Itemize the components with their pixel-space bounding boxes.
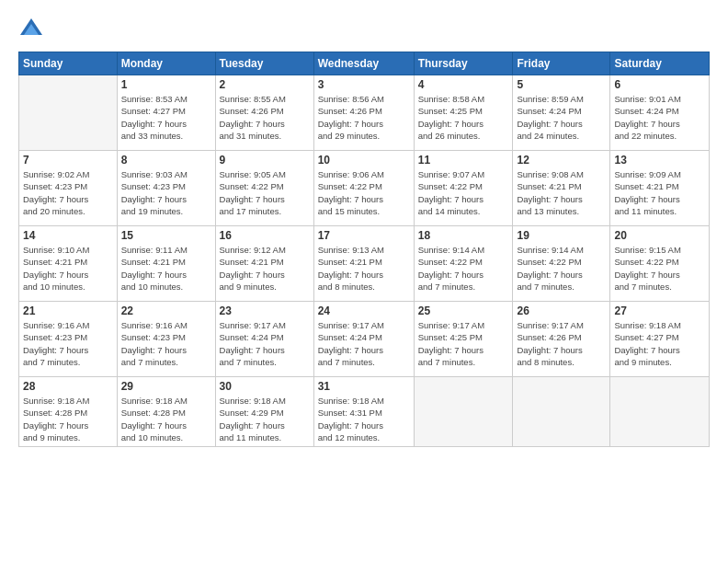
day-number: 20	[614, 229, 705, 242]
week-row-0: 1Sunrise: 8:53 AM Sunset: 4:27 PM Daylig…	[19, 75, 710, 151]
day-info: Sunrise: 8:59 AM Sunset: 4:24 PM Dayligh…	[517, 93, 606, 142]
day-number: 15	[121, 229, 211, 242]
day-number: 19	[517, 229, 606, 242]
day-number: 26	[517, 304, 606, 317]
day-cell: 7Sunrise: 9:02 AM Sunset: 4:23 PM Daylig…	[19, 151, 118, 226]
day-cell: 12Sunrise: 9:08 AM Sunset: 4:21 PM Dayli…	[513, 151, 610, 226]
day-number: 25	[418, 304, 509, 317]
day-cell: 8Sunrise: 9:03 AM Sunset: 4:23 PM Daylig…	[117, 151, 215, 226]
day-cell: 2Sunrise: 8:55 AM Sunset: 4:26 PM Daylig…	[215, 75, 313, 151]
header-row: SundayMondayTuesdayWednesdayThursdayFrid…	[19, 52, 710, 75]
day-cell: 25Sunrise: 9:17 AM Sunset: 4:25 PM Dayli…	[414, 302, 513, 377]
day-cell: 15Sunrise: 9:11 AM Sunset: 4:21 PM Dayli…	[117, 226, 215, 302]
day-info: Sunrise: 9:01 AM Sunset: 4:24 PM Dayligh…	[614, 93, 705, 142]
day-info: Sunrise: 9:16 AM Sunset: 4:23 PM Dayligh…	[23, 319, 113, 368]
day-info: Sunrise: 9:15 AM Sunset: 4:22 PM Dayligh…	[614, 244, 705, 293]
day-number: 17	[318, 229, 410, 242]
day-number: 29	[121, 380, 211, 393]
day-info: Sunrise: 9:12 AM Sunset: 4:21 PM Dayligh…	[220, 244, 310, 293]
day-info: Sunrise: 8:58 AM Sunset: 4:25 PM Dayligh…	[418, 93, 509, 142]
day-cell: 6Sunrise: 9:01 AM Sunset: 4:24 PM Daylig…	[610, 75, 710, 151]
day-cell: 19Sunrise: 9:14 AM Sunset: 4:22 PM Dayli…	[513, 226, 610, 302]
logo	[18, 17, 48, 42]
day-cell: 31Sunrise: 9:18 AM Sunset: 4:31 PM Dayli…	[313, 377, 414, 447]
day-number: 9	[220, 154, 310, 167]
day-cell: 23Sunrise: 9:17 AM Sunset: 4:24 PM Dayli…	[215, 302, 313, 377]
day-cell	[610, 377, 710, 447]
day-info: Sunrise: 9:17 AM Sunset: 4:24 PM Dayligh…	[220, 319, 310, 368]
day-number: 7	[23, 154, 113, 167]
col-header-monday: Monday	[117, 52, 215, 75]
day-cell: 18Sunrise: 9:14 AM Sunset: 4:22 PM Dayli…	[414, 226, 513, 302]
day-number: 28	[23, 380, 113, 393]
day-info: Sunrise: 9:06 AM Sunset: 4:22 PM Dayligh…	[318, 168, 410, 217]
week-row-2: 14Sunrise: 9:10 AM Sunset: 4:21 PM Dayli…	[19, 226, 710, 302]
day-number: 3	[318, 78, 410, 91]
day-number: 23	[220, 304, 310, 317]
day-cell: 13Sunrise: 9:09 AM Sunset: 4:21 PM Dayli…	[610, 151, 710, 226]
day-info: Sunrise: 8:56 AM Sunset: 4:26 PM Dayligh…	[318, 93, 410, 142]
week-row-1: 7Sunrise: 9:02 AM Sunset: 4:23 PM Daylig…	[19, 151, 710, 226]
logo-icon	[18, 17, 44, 42]
day-cell: 29Sunrise: 9:18 AM Sunset: 4:28 PM Dayli…	[117, 377, 215, 447]
day-number: 12	[517, 154, 606, 167]
day-cell: 21Sunrise: 9:16 AM Sunset: 4:23 PM Dayli…	[19, 302, 118, 377]
day-cell	[19, 75, 118, 151]
day-info: Sunrise: 8:53 AM Sunset: 4:27 PM Dayligh…	[121, 93, 211, 142]
day-number: 13	[614, 154, 705, 167]
day-cell: 22Sunrise: 9:16 AM Sunset: 4:23 PM Dayli…	[117, 302, 215, 377]
day-info: Sunrise: 9:18 AM Sunset: 4:27 PM Dayligh…	[614, 319, 705, 368]
day-cell: 26Sunrise: 9:17 AM Sunset: 4:26 PM Dayli…	[513, 302, 610, 377]
week-row-3: 21Sunrise: 9:16 AM Sunset: 4:23 PM Dayli…	[19, 302, 710, 377]
day-cell: 27Sunrise: 9:18 AM Sunset: 4:27 PM Dayli…	[610, 302, 710, 377]
day-info: Sunrise: 9:18 AM Sunset: 4:31 PM Dayligh…	[318, 395, 410, 443]
day-cell: 1Sunrise: 8:53 AM Sunset: 4:27 PM Daylig…	[117, 75, 215, 151]
day-number: 1	[121, 78, 211, 91]
day-number: 14	[23, 229, 113, 242]
day-cell: 11Sunrise: 9:07 AM Sunset: 4:22 PM Dayli…	[414, 151, 513, 226]
day-info: Sunrise: 9:10 AM Sunset: 4:21 PM Dayligh…	[23, 244, 113, 293]
day-info: Sunrise: 9:16 AM Sunset: 4:23 PM Dayligh…	[121, 319, 211, 368]
day-info: Sunrise: 9:11 AM Sunset: 4:21 PM Dayligh…	[121, 244, 211, 293]
day-cell	[513, 377, 610, 447]
col-header-sunday: Sunday	[19, 52, 118, 75]
day-info: Sunrise: 9:17 AM Sunset: 4:25 PM Dayligh…	[418, 319, 509, 368]
col-header-saturday: Saturday	[610, 52, 710, 75]
day-number: 21	[23, 304, 113, 317]
day-info: Sunrise: 9:18 AM Sunset: 4:28 PM Dayligh…	[121, 395, 211, 443]
day-info: Sunrise: 9:05 AM Sunset: 4:22 PM Dayligh…	[220, 168, 310, 217]
day-info: Sunrise: 9:18 AM Sunset: 4:28 PM Dayligh…	[23, 395, 113, 443]
day-number: 18	[418, 229, 509, 242]
day-cell: 17Sunrise: 9:13 AM Sunset: 4:21 PM Dayli…	[313, 226, 414, 302]
day-number: 11	[418, 154, 509, 167]
day-number: 30	[220, 380, 310, 393]
day-info: Sunrise: 9:18 AM Sunset: 4:29 PM Dayligh…	[220, 395, 310, 443]
week-row-4: 28Sunrise: 9:18 AM Sunset: 4:28 PM Dayli…	[19, 377, 710, 447]
col-header-wednesday: Wednesday	[313, 52, 414, 75]
day-cell: 10Sunrise: 9:06 AM Sunset: 4:22 PM Dayli…	[313, 151, 414, 226]
day-cell: 30Sunrise: 9:18 AM Sunset: 4:29 PM Dayli…	[215, 377, 313, 447]
day-number: 2	[220, 78, 310, 91]
col-header-tuesday: Tuesday	[215, 52, 313, 75]
day-cell: 16Sunrise: 9:12 AM Sunset: 4:21 PM Dayli…	[215, 226, 313, 302]
day-info: Sunrise: 9:17 AM Sunset: 4:26 PM Dayligh…	[517, 319, 606, 368]
day-cell: 24Sunrise: 9:17 AM Sunset: 4:24 PM Dayli…	[313, 302, 414, 377]
col-header-thursday: Thursday	[414, 52, 513, 75]
day-number: 27	[614, 304, 705, 317]
day-info: Sunrise: 9:17 AM Sunset: 4:24 PM Dayligh…	[318, 319, 410, 368]
day-cell: 3Sunrise: 8:56 AM Sunset: 4:26 PM Daylig…	[313, 75, 414, 151]
day-number: 24	[318, 304, 410, 317]
day-number: 16	[220, 229, 310, 242]
day-info: Sunrise: 8:55 AM Sunset: 4:26 PM Dayligh…	[220, 93, 310, 142]
day-number: 31	[318, 380, 410, 393]
day-info: Sunrise: 9:09 AM Sunset: 4:21 PM Dayligh…	[614, 168, 705, 217]
day-number: 8	[121, 154, 211, 167]
page: SundayMondayTuesdayWednesdayThursdayFrid…	[0, 0, 728, 563]
day-cell: 14Sunrise: 9:10 AM Sunset: 4:21 PM Dayli…	[19, 226, 118, 302]
day-number: 22	[121, 304, 211, 317]
day-info: Sunrise: 9:08 AM Sunset: 4:21 PM Dayligh…	[517, 168, 606, 217]
col-header-friday: Friday	[513, 52, 610, 75]
day-number: 10	[318, 154, 410, 167]
day-info: Sunrise: 9:07 AM Sunset: 4:22 PM Dayligh…	[418, 168, 509, 217]
day-info: Sunrise: 9:03 AM Sunset: 4:23 PM Dayligh…	[121, 168, 211, 217]
